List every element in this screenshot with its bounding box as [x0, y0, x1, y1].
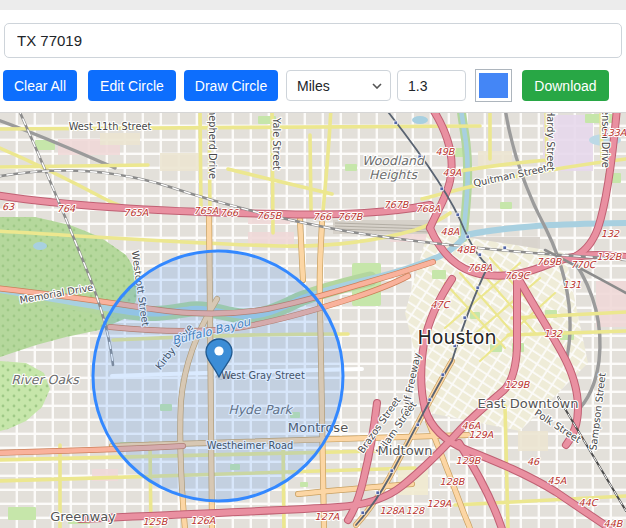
route-shield-label: 768A [416, 203, 441, 214]
route-shield-label: 44C [579, 497, 599, 508]
route-shield-label: 47C [431, 299, 451, 310]
route-shield-label: 770C [570, 259, 596, 270]
place-label: River Oaks [11, 372, 80, 387]
map-canvas[interactable]: West 11th StreetShepherd DriveYale Stree… [0, 113, 626, 528]
place-label: Heights [369, 167, 418, 182]
street-label: West 11th Street [69, 121, 152, 132]
unit-select-wrap: Miles [286, 70, 391, 101]
place-label: Greenway [50, 509, 116, 524]
route-shield-label: 126A [191, 515, 216, 526]
route-shield-label: 129A [427, 498, 452, 509]
street-label: Yale Street [271, 117, 282, 170]
route-shield-label: 765A [194, 205, 219, 216]
place-label: Houston [418, 326, 497, 348]
map-container[interactable]: West 11th StreetShepherd DriveYale Stree… [0, 112, 626, 528]
unit-select[interactable]: Miles [286, 70, 391, 101]
route-shield-label: 132 [601, 228, 620, 239]
clear-all-button[interactable]: Clear All [3, 70, 77, 101]
route-shield-label: 129B [456, 455, 482, 466]
route-shield-label: 769B [537, 256, 563, 267]
street-label: Hardy Street [545, 113, 556, 171]
route-shield-label: 767B [384, 199, 410, 210]
toolbar: Clear All Edit Circle Draw Circle Miles … [3, 70, 626, 101]
app-window: Clear All Edit Circle Draw Circle Miles … [0, 0, 626, 528]
route-shield-label: 44B [604, 518, 624, 528]
route-shield-label: 46 [527, 456, 540, 467]
route-shield-label: 49A [443, 167, 462, 178]
route-shield-label: 132B [597, 251, 623, 262]
route-shield-label: 129B [505, 379, 531, 390]
radius-input[interactable] [397, 70, 466, 101]
color-swatch[interactable] [475, 69, 512, 102]
route-shield-label: 48B [457, 244, 477, 255]
route-shield-label: 128A [380, 505, 405, 516]
route-shield-label: 129A [469, 429, 494, 440]
download-button[interactable]: Download [522, 70, 609, 101]
route-shield-label: 765B [257, 210, 283, 221]
route-shield-label: 767B [338, 211, 364, 222]
route-shield-label: 128 [406, 505, 425, 516]
route-shield-label: 48A [441, 226, 460, 237]
route-shield-label: 768A [468, 262, 493, 273]
route-shield-label: 128B [440, 476, 466, 487]
route-shield-label: 45A [548, 475, 567, 486]
edit-circle-button[interactable]: Edit Circle [88, 70, 176, 101]
route-shield-label: 132 [544, 328, 563, 339]
place-label: Midtown [377, 443, 432, 458]
draw-circle-button[interactable]: Draw Circle [184, 70, 278, 101]
street-label: Shepherd Drive [207, 113, 218, 179]
route-shield-label: 766 [220, 207, 239, 218]
place-label: Woodland [362, 153, 426, 168]
place-label: East Downtown [478, 396, 579, 411]
route-shield-label: 127A [315, 511, 340, 522]
route-shield-label: 131 [563, 279, 581, 290]
street-label: Jensen Drive [600, 113, 611, 168]
route-shield-label: 125B [143, 516, 169, 527]
route-shield-label: 766 [313, 211, 332, 222]
search-input[interactable] [4, 23, 622, 58]
search-row [0, 10, 626, 58]
route-shield-label: 764 [57, 203, 76, 214]
top-strip [0, 0, 626, 10]
route-shield-label: 49B [436, 146, 456, 157]
route-shield-label: 765A [124, 207, 149, 218]
route-shield-label: 769C [504, 270, 530, 281]
swatch-color-fill [479, 73, 508, 98]
route-shield-label: 133A [602, 127, 626, 138]
route-shield-label: 63 [2, 201, 15, 212]
